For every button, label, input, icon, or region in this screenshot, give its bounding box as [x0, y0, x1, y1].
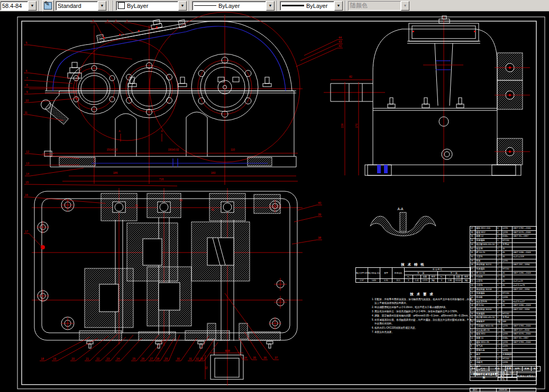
balloon-label: 33: [200, 357, 203, 360]
leader-line: [110, 23, 125, 35]
bom-cell: 定位销 A8×30: [475, 328, 497, 332]
tech-req-title: 技 术 要 求: [370, 292, 474, 297]
bom-row: 15密封圈 B30×45×101羊毛毡: [470, 316, 537, 320]
color-combo[interactable]: ByLayer ▼: [116, 1, 187, 11]
tech-char-cell: 31.5: [392, 279, 405, 283]
bom-cell: [513, 352, 537, 357]
tech-char-cell: mₙ: [437, 275, 446, 279]
leader-line: [30, 168, 84, 176]
bom-cell: 2: [497, 332, 502, 337]
bom-row: 10垫圈 10265MnGB/T 93—1987: [470, 336, 537, 340]
housing-inner-contour: [53, 26, 286, 91]
bom-cell: [513, 242, 537, 247]
bom-cell: 2: [497, 287, 502, 292]
dimension-text: 170: [355, 124, 358, 128]
bom-cell: 45: [502, 304, 513, 308]
bom-cell: Q235: [502, 230, 513, 235]
bom-row: 21轴承端盖1HT150: [470, 292, 537, 296]
bom-cell: [513, 292, 537, 296]
bom-cell: 羊毛毡: [502, 242, 513, 247]
leader-line: [100, 337, 126, 361]
balloon-label: 36: [263, 356, 267, 359]
balloon-label: 39: [318, 213, 321, 216]
bom-row: 7窥视孔盖1Q235: [470, 349, 537, 353]
side-joint-bolts: [388, 98, 464, 108]
toolbar-separator: [189, 1, 190, 11]
bom-row: 17滚动轴承 302062GB/T 297—1994: [470, 308, 537, 312]
bom-cell: GB/T 297—1994: [513, 263, 537, 267]
text-style-combo[interactable]: Standard ▼: [56, 1, 106, 11]
balloon-label: 21: [86, 357, 89, 360]
bom-cell: 密封圈 B30×45×10: [475, 316, 497, 320]
linetype-dropdown-icon[interactable]: ▼: [266, 1, 274, 11]
bom-cell: GB/T 5783—2000: [513, 324, 537, 328]
balloon-label: 19: [53, 357, 56, 360]
bom-cell: 箱盖: [475, 357, 497, 361]
lineweight-value[interactable]: ByLayer: [280, 1, 334, 11]
bom-cell: 1: [497, 352, 502, 357]
bom-cell: GB/T 93—1987: [513, 235, 537, 239]
bom-cell: 垫圈 12: [475, 235, 497, 239]
bom-cell: 37: [470, 227, 475, 231]
bom-cell: Q235: [502, 332, 513, 337]
bom-cell: 45: [502, 247, 513, 251]
color-dropdown-icon[interactable]: ▼: [178, 1, 187, 11]
text-style-value[interactable]: Standard: [56, 1, 98, 11]
dimension-text: Φ38: [225, 349, 230, 352]
leader-line: [304, 40, 337, 55]
toolbar-separator: [345, 1, 346, 11]
bom-cell: 小齿轮: [475, 279, 497, 284]
bom-cell: 65Mn: [502, 235, 513, 239]
bom-cell: 35: [502, 328, 513, 332]
bom-cell: Q235: [502, 259, 513, 263]
text-style-icon[interactable]: ✎: [42, 0, 54, 12]
tech-char-cell: 2.41: [413, 279, 421, 283]
cad-application-window: { "toolbar": { "dim_style": "58.4-84", "…: [0, 0, 549, 392]
bom-cell: 1: [497, 361, 502, 365]
bom-cell: 中间轴: [475, 275, 497, 279]
section-aa-label: A-A: [398, 207, 404, 211]
lineweight-dropdown-icon[interactable]: ▼: [334, 1, 343, 11]
drawing-canvas[interactable]: .w{stroke:#f2f2f2;fill:none;stroke-width…: [0, 12, 549, 392]
bom-cell: 6: [497, 235, 502, 239]
bom-cell: 23: [470, 283, 475, 287]
tech-req-item: 调整、固定轴承时应留有轴向间隙：φ40mm时0.05—0.1mm，φ50mm时0…: [374, 314, 474, 318]
bom-cell: m=3 z=19: [513, 279, 537, 284]
bom-cell: Q235: [502, 349, 513, 353]
leader-line: [30, 87, 75, 88]
tech-char-cell: 输入功率 kW: [356, 268, 368, 279]
bom-row: 24小齿轮145 m=3 z=19: [470, 279, 537, 284]
balloon-label: 16: [25, 193, 28, 197]
bom-cell: 垫片: [475, 352, 497, 357]
tech-char-cell: 效率: [380, 268, 392, 279]
dim-style-dropdown-icon[interactable]: ▼: [28, 1, 36, 11]
text-style-dropdown-icon[interactable]: ▼: [98, 1, 106, 11]
linetype-combo[interactable]: ByLayer ▼: [192, 1, 274, 11]
bom-cell: GB/T 5782—2000: [513, 227, 537, 231]
bom-cell: 30: [470, 255, 475, 259]
bom-cell: 2: [497, 336, 502, 340]
bom-row: 36螺母 M126Q235GB/T 6170—2000: [470, 230, 537, 235]
dim-style-value[interactable]: 58.4-84: [1, 1, 28, 11]
bom-cell: 1: [497, 239, 502, 243]
bom-cell: [502, 263, 513, 267]
bom-cell: 1: [497, 271, 502, 275]
color-value[interactable]: ByLayer: [116, 1, 178, 11]
bom-cell: Q235: [502, 344, 513, 349]
tech-char-cell: 2.97: [356, 279, 368, 283]
dimension-text: 160: [211, 171, 216, 174]
bom-cell: 36: [470, 230, 475, 235]
bom-cell: 35: [470, 235, 475, 239]
balloon-label: 25: [132, 357, 135, 360]
dim-style-combo[interactable]: 58.4-84 ▼: [1, 1, 36, 11]
bom-cell: 螺母 M10: [475, 332, 497, 337]
linetype-value[interactable]: ByLayer: [192, 1, 266, 11]
tech-char-cell: 精度: [429, 275, 437, 279]
toolbar-separator: [108, 1, 109, 11]
lineweight-combo[interactable]: ByLayer ▼: [280, 1, 343, 11]
signature-block: 设计 2008.06 审核: [470, 388, 536, 392]
bom-cell: 垫圈 10: [475, 336, 497, 340]
tech-char-cell: 第 一 级: [405, 272, 438, 275]
tech-char-cell: 第 二 级: [437, 272, 471, 275]
bom-cell: 1: [497, 259, 502, 263]
